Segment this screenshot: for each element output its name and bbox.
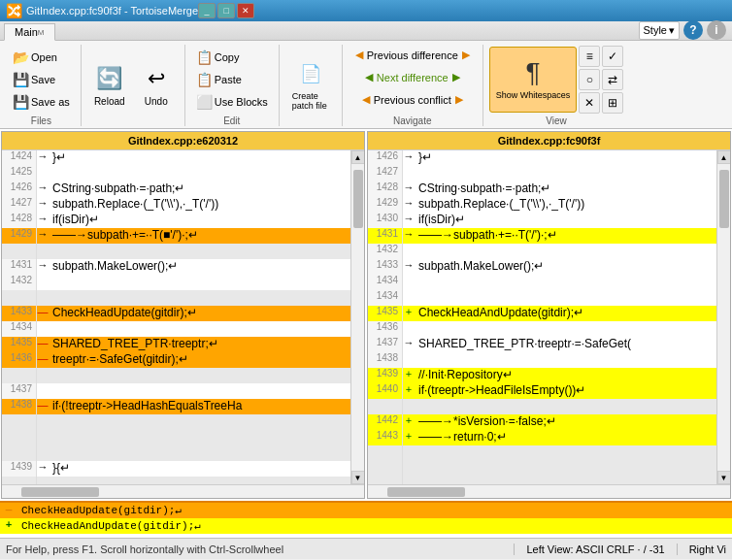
view-option-2[interactable]: ✓: [602, 46, 623, 67]
show-whitespaces-icon: ¶: [517, 57, 549, 88]
left-scrollbar[interactable]: ▲ ▼: [350, 150, 364, 484]
ribbon-group-navigate: ◀ Previous difference ▶ ◀ Next differenc…: [343, 45, 483, 126]
left-diff-content[interactable]: 1424→}↵ 1425 1426→CString·subpath·=·path…: [2, 150, 350, 484]
scroll-down-button[interactable]: ▼: [351, 471, 365, 484]
view-option-4[interactable]: ⇄: [602, 69, 623, 90]
panels-container: GitIndex.cpp:e620312 1424→}↵ 1425 1426→C…: [0, 129, 732, 501]
ribbon-group-reload: 🔄 Reload ↩ Undo: [82, 45, 185, 126]
next-diff-icon: ◀: [365, 71, 373, 83]
next-diff-button[interactable]: ◀ Next difference ▶: [358, 67, 467, 87]
left-panel-header: GitIndex.cpp:e620312: [2, 132, 364, 150]
maximize-button[interactable]: □: [217, 3, 235, 18]
help-button[interactable]: ?: [683, 20, 703, 40]
scroll-up-button[interactable]: ▲: [351, 150, 365, 164]
scroll-thumb[interactable]: [353, 170, 363, 228]
right-horiz-thumb[interactable]: [387, 487, 465, 497]
view-option-6[interactable]: ⊞: [602, 92, 623, 114]
prev-diff-arrow-icon: ▶: [462, 49, 470, 61]
reload-button[interactable]: 🔄 Reload: [87, 51, 132, 117]
table-row: [368, 461, 716, 477]
right-panel-header: GitIndex.cpp:fc90f3f: [368, 132, 730, 150]
open-icon: 📂: [13, 49, 28, 65]
table-row: 1437→SHARED_TREE_PTR·treeptr·=·SafeGet(: [368, 337, 716, 352]
tab-main[interactable]: Main M: [4, 23, 55, 41]
copy-icon: 📋: [196, 49, 212, 65]
table-row: [2, 430, 350, 445]
paste-button[interactable]: 📋 Paste: [191, 69, 273, 90]
table-row: 1431→subpath.MakeLower();↵: [2, 259, 350, 275]
next-diff-arrow-icon: ▶: [452, 71, 460, 83]
left-panel: GitIndex.cpp:e620312 1424→}↵ 1425 1426→C…: [1, 131, 365, 499]
table-row: 1442+——→*isVersion·=·false;↵: [368, 414, 716, 430]
right-scroll-down-button[interactable]: ▼: [717, 471, 731, 484]
table-row: [368, 477, 716, 484]
titlebar-title: GitIndex.cpp:fc90f3f - TortoiseMerge: [26, 5, 198, 16]
right-diff-content[interactable]: 1426→}↵ 1427 1428→CString·subpath·=·path…: [368, 150, 716, 484]
table-row: 1434: [2, 321, 350, 337]
table-row: 1439→}{↵: [2, 461, 350, 477]
right-scroll-thumb[interactable]: [719, 170, 729, 228]
use-blocks-button[interactable]: ⬜ Use Blocks: [191, 91, 273, 113]
table-row: 1435—SHARED_TREE_PTR·treeptr;↵: [2, 337, 350, 352]
create-patch-icon: 📄: [295, 58, 326, 89]
table-row: 1425: [2, 166, 350, 181]
save-as-button[interactable]: 💾 Save as: [8, 91, 75, 113]
table-row: 1427: [368, 166, 716, 181]
save-as-icon: 💾: [13, 94, 28, 110]
view-option-1[interactable]: ≡: [579, 46, 600, 67]
table-row: 1430→if(isDir)↵: [368, 213, 716, 228]
close-button[interactable]: ✕: [237, 3, 254, 18]
table-row: 1424→}↵: [2, 150, 350, 166]
table-row: 1426→CString·subpath·=·path;↵: [2, 181, 350, 197]
minimize-button[interactable]: _: [198, 3, 216, 18]
paste-icon: 📋: [196, 72, 212, 87]
prev-diff-button[interactable]: ◀ Previous difference ▶: [349, 45, 477, 65]
create-patch-button[interactable]: 📄 Create patch file: [285, 51, 336, 117]
table-row: 1429→subpath.Replace·(_T('\\'),·_T('/')): [368, 197, 716, 213]
titlebar-controls: _ □ ✕: [198, 3, 254, 18]
right-scroll-up-button[interactable]: ▲: [717, 150, 731, 164]
table-row: 1433→subpath.MakeLower();↵: [368, 259, 716, 275]
titlebar-icon: 🔀: [6, 3, 22, 18]
table-row: 1428→CString·subpath·=·path;↵: [368, 181, 716, 197]
info-button[interactable]: i: [707, 20, 726, 40]
save-button[interactable]: 💾 Save: [8, 69, 75, 90]
ribbon-group-edit: 📋 Copy 📋 Paste ⬜ Use Blocks Edit: [185, 45, 280, 126]
left-horiz-thumb[interactable]: [21, 487, 99, 497]
right-scrollbar[interactable]: ▲ ▼: [716, 150, 730, 484]
use-blocks-icon: ⬜: [196, 94, 212, 110]
table-row: 1433—CheckHeadUpdate(gitdir);↵: [2, 306, 350, 321]
table-row: [368, 399, 716, 414]
table-row: 1434: [368, 290, 716, 306]
prev-conflict-button[interactable]: ◀ Previous conflict ▶: [355, 89, 470, 110]
show-whitespaces-button[interactable]: ¶ Show Whitespaces: [489, 47, 578, 113]
style-dropdown[interactable]: Style ▾: [639, 21, 680, 40]
prev-conflict-arrow-icon: ▶: [455, 93, 463, 106]
chevron-down-icon: ▾: [669, 24, 675, 37]
table-row: 1435+CheckHeadAndUpdate(gitdir);↵: [368, 306, 716, 321]
table-row: 1428→if(isDir)↵: [2, 213, 350, 228]
status-left: For Help, press F1. Scroll horizontally …: [6, 544, 514, 555]
table-row: 1438: [368, 352, 716, 368]
ribbon-group-view: ¶ Show Whitespaces ≡ ✓ ○ ⇄ ✕ ⊞: [483, 45, 630, 126]
preview-line-1: — CheckHeadUpdate(gitdir);↵: [0, 503, 732, 518]
undo-button[interactable]: ↩ Undo: [134, 51, 179, 117]
titlebar: 🔀 GitIndex.cpp:fc90f3f - TortoiseMerge _…: [0, 0, 732, 21]
bottom-preview: — CheckHeadUpdate(gitdir);↵ + CheckHeadA…: [0, 501, 732, 538]
copy-button[interactable]: 📋 Copy: [191, 47, 273, 68]
table-row: 1432: [2, 275, 350, 290]
table-row: [2, 290, 350, 306]
table-row: 1429→——→subpath·+=··T(■'/')·;↵: [2, 228, 350, 244]
view-option-3[interactable]: ○: [579, 69, 600, 90]
right-horiz-scrollbar[interactable]: [368, 484, 730, 498]
table-row: 1436: [368, 321, 716, 337]
table-row: 1431→——→subpath·+=··T('/')·;↵: [368, 228, 716, 244]
view-option-5[interactable]: ✕: [579, 92, 600, 114]
table-row: 1440+if·(treeptr->HeadFileIsEmpty())↵: [368, 383, 716, 399]
open-button[interactable]: 📂 Open: [8, 47, 75, 68]
left-horiz-scrollbar[interactable]: [2, 484, 364, 498]
table-row: 1437: [2, 383, 350, 399]
main-area: GitIndex.cpp:e620312 1424→}↵ 1425 1426→C…: [0, 129, 732, 538]
reload-icon: 🔄: [94, 63, 125, 94]
table-row: 1432: [368, 244, 716, 259]
